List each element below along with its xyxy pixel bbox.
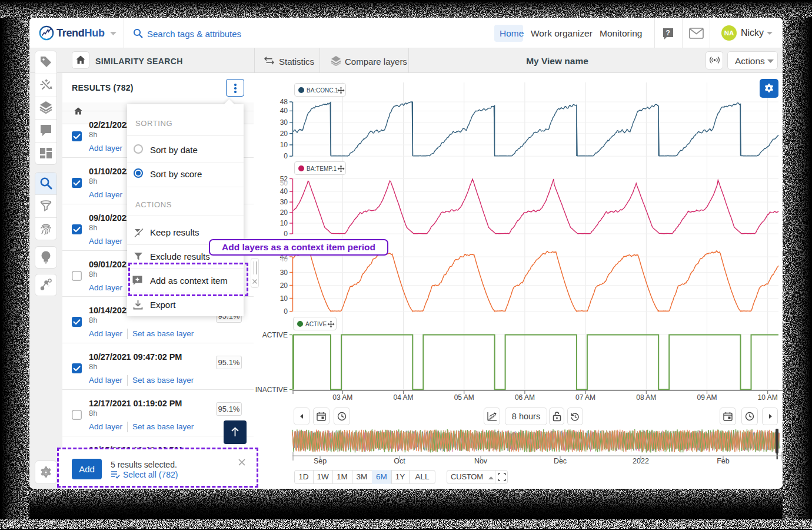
svg-text:0: 0 [284, 230, 288, 238]
svg-text:07 AM: 07 AM [575, 393, 595, 402]
svg-text:20: 20 [280, 130, 288, 138]
svg-text:Nov: Nov [474, 457, 488, 465]
svg-text:03 AM: 03 AM [332, 393, 352, 402]
svg-text:04 AM: 04 AM [393, 393, 413, 402]
svg-text:30: 30 [280, 198, 288, 206]
svg-text:40: 40 [280, 107, 288, 115]
svg-text:INACTIVE: INACTIVE [255, 386, 288, 394]
svg-text:Dec: Dec [554, 457, 567, 465]
svg-text:40: 40 [280, 255, 288, 263]
svg-text:30: 30 [280, 118, 288, 127]
svg-text:20: 20 [280, 208, 288, 217]
svg-text:0: 0 [284, 307, 288, 316]
svg-text:ACTIVE: ACTIVE [262, 331, 288, 339]
svg-text:09 AM: 09 AM [697, 393, 717, 402]
svg-text:Sep: Sep [314, 457, 327, 465]
svg-text:48: 48 [280, 98, 288, 106]
svg-text:06 AM: 06 AM [515, 393, 535, 402]
svg-text:10: 10 [280, 219, 288, 227]
svg-text:Feb: Feb [717, 457, 730, 465]
svg-text:10 AM: 10 AM [758, 393, 778, 402]
svg-text:Oct: Oct [394, 457, 405, 465]
svg-text:08 AM: 08 AM [636, 393, 656, 402]
svg-text:20: 20 [280, 281, 288, 290]
svg-text:0: 0 [284, 152, 288, 160]
svg-text:40: 40 [280, 187, 288, 196]
svg-text:10: 10 [280, 141, 288, 149]
svg-text:2022: 2022 [633, 457, 649, 465]
svg-text:10: 10 [280, 294, 288, 303]
svg-text:?: ? [666, 29, 670, 37]
svg-text:05 AM: 05 AM [454, 393, 474, 402]
svg-text:30: 30 [280, 269, 288, 277]
svg-text:50: 50 [280, 179, 288, 187]
